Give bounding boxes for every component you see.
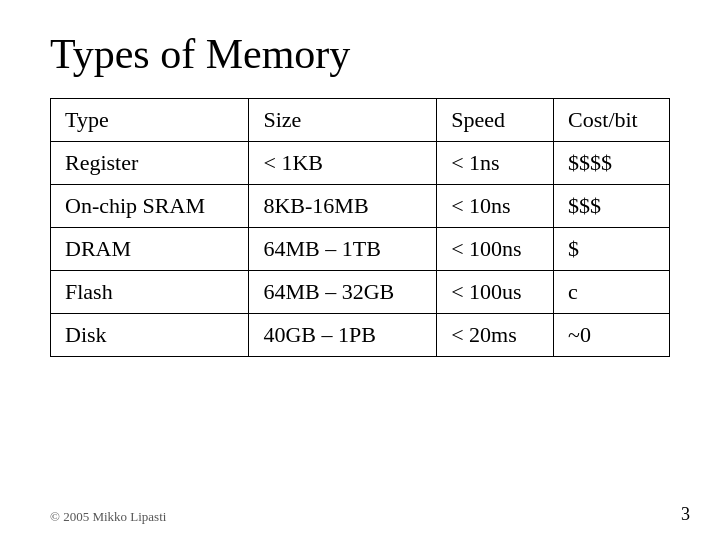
table-cell: 8KB-16MB — [249, 185, 437, 228]
table-cell: < 100us — [437, 271, 554, 314]
table-header-cell: Speed — [437, 99, 554, 142]
table-cell: On-chip SRAM — [51, 185, 249, 228]
footer-text: © 2005 Mikko Lipasti — [50, 509, 166, 525]
table-cell: < 100ns — [437, 228, 554, 271]
table-cell: Flash — [51, 271, 249, 314]
page-number: 3 — [681, 504, 690, 525]
table-cell: < 10ns — [437, 185, 554, 228]
table-cell: < 1ns — [437, 142, 554, 185]
table-row: On-chip SRAM8KB-16MB< 10ns$$$ — [51, 185, 670, 228]
memory-table: TypeSizeSpeedCost/bitRegister< 1KB< 1ns$… — [50, 98, 670, 357]
table-cell: Register — [51, 142, 249, 185]
table-header-cell: Type — [51, 99, 249, 142]
table-cell: 64MB – 1TB — [249, 228, 437, 271]
table-cell: $$$ — [554, 185, 670, 228]
table-cell: ~0 — [554, 314, 670, 357]
table-header-cell: Size — [249, 99, 437, 142]
page-title: Types of Memory — [50, 30, 670, 78]
table-cell: $ — [554, 228, 670, 271]
table-cell: 40GB – 1PB — [249, 314, 437, 357]
table-row: DRAM64MB – 1TB< 100ns$ — [51, 228, 670, 271]
table-row: Disk40GB – 1PB< 20ms~0 — [51, 314, 670, 357]
table-row: Flash64MB – 32GB< 100usc — [51, 271, 670, 314]
table-cell: DRAM — [51, 228, 249, 271]
table-cell: Disk — [51, 314, 249, 357]
table-header-cell: Cost/bit — [554, 99, 670, 142]
table-cell: 64MB – 32GB — [249, 271, 437, 314]
table-row: Register< 1KB< 1ns$$$$ — [51, 142, 670, 185]
table-cell: $$$$ — [554, 142, 670, 185]
table-cell: < 20ms — [437, 314, 554, 357]
page-container: Types of Memory TypeSizeSpeedCost/bitReg… — [0, 0, 720, 540]
table-cell: c — [554, 271, 670, 314]
table-cell: < 1KB — [249, 142, 437, 185]
